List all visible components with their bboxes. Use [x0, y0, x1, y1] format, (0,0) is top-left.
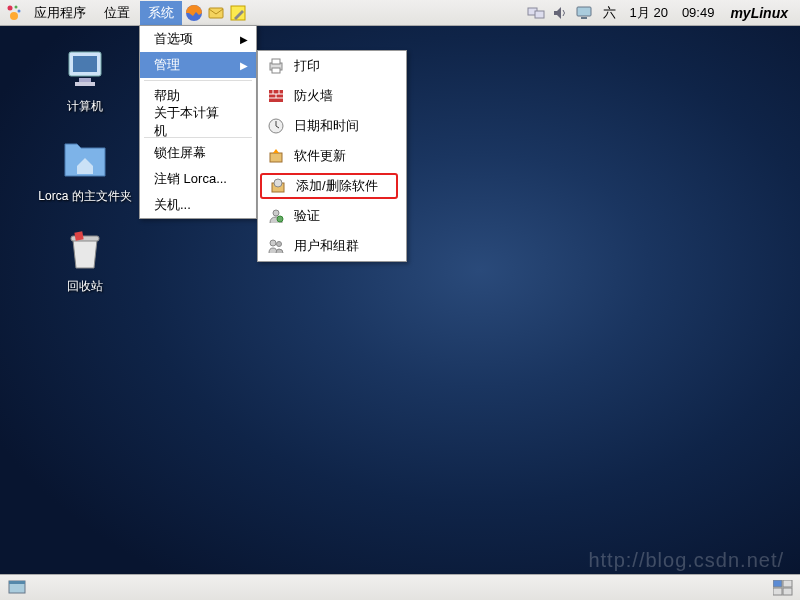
highlight-box: 添加/删除软件	[260, 173, 398, 199]
svg-point-1	[15, 5, 18, 8]
bottom-panel	[0, 574, 800, 600]
computer-icon	[61, 46, 109, 94]
svg-rect-16	[74, 231, 83, 240]
svg-point-2	[18, 9, 21, 12]
svg-rect-36	[773, 580, 782, 587]
svg-point-3	[10, 12, 18, 20]
svg-rect-39	[783, 588, 792, 595]
system-menu: 首选项 ▶ 管理 ▶ 帮助 关于本计算机 锁住屏幕 注销 Lorca... 关机…	[139, 25, 257, 219]
menu-item-preferences[interactable]: 首选项 ▶	[140, 26, 256, 52]
users-label: 用户和组群	[294, 237, 359, 255]
svg-rect-5	[209, 8, 223, 18]
desktop-icon-home[interactable]: Lorca 的主文件夹	[30, 136, 140, 205]
home-label: Lorca 的主文件夹	[30, 188, 140, 205]
svg-rect-8	[535, 11, 544, 18]
update-label: 软件更新	[294, 147, 346, 165]
menu-item-shutdown[interactable]: 关机...	[140, 192, 256, 218]
volume-icon[interactable]	[549, 2, 571, 24]
firefox-icon[interactable]	[184, 3, 204, 23]
submenu-item-users[interactable]: 用户和组群	[258, 231, 406, 261]
svg-point-32	[270, 240, 276, 246]
svg-point-30	[273, 210, 279, 216]
svg-rect-13	[79, 78, 91, 82]
submenu-item-update[interactable]: 软件更新	[258, 141, 406, 171]
trash-icon	[61, 226, 109, 274]
preferences-label: 首选项	[154, 30, 193, 48]
gnome-foot-icon[interactable]	[4, 3, 24, 23]
submenu-item-printing[interactable]: 打印	[258, 51, 406, 81]
notes-icon[interactable]	[228, 3, 248, 23]
watermark: http://blog.csdn.net/	[588, 549, 784, 572]
mail-icon[interactable]	[206, 3, 226, 23]
menu-system[interactable]: 系统	[140, 1, 182, 25]
svg-point-31	[277, 216, 283, 222]
auth-icon	[266, 206, 286, 226]
svg-point-33	[277, 242, 282, 247]
submenu-item-addremove[interactable]: 添加/删除软件	[258, 171, 406, 201]
workspace-switcher[interactable]	[772, 577, 794, 599]
desktop-icon-trash[interactable]: 回收站	[30, 226, 140, 295]
display-icon[interactable]	[573, 2, 595, 24]
svg-rect-14	[75, 82, 95, 86]
administration-submenu: 打印 防火墙 日期和时间 软件更新 添加/删除软件 验证 用户和组群	[257, 50, 407, 262]
menu-item-about[interactable]: 关于本计算机	[140, 109, 256, 135]
svg-rect-35	[9, 581, 25, 584]
clock-icon	[266, 116, 286, 136]
hostname-label: myLinux	[722, 5, 796, 21]
network-icon[interactable]	[525, 2, 547, 24]
auth-label: 验证	[294, 207, 320, 225]
menu-item-lock[interactable]: 锁住屏幕	[140, 140, 256, 166]
svg-point-0	[8, 5, 13, 10]
svg-rect-9	[577, 7, 591, 16]
clock-day[interactable]: 六	[597, 4, 622, 22]
svg-rect-18	[272, 59, 280, 64]
home-folder-icon	[61, 136, 109, 184]
svg-rect-37	[783, 580, 792, 587]
computer-label: 计算机	[30, 98, 140, 115]
firewall-icon	[266, 86, 286, 106]
menu-places[interactable]: 位置	[96, 1, 138, 25]
show-desktop-button[interactable]	[6, 577, 28, 599]
svg-rect-12	[73, 56, 97, 72]
menu-separator	[144, 80, 252, 81]
chevron-right-icon: ▶	[240, 60, 248, 71]
users-icon	[266, 236, 286, 256]
update-icon	[266, 146, 286, 166]
svg-rect-19	[272, 68, 280, 73]
trash-label: 回收站	[30, 278, 140, 295]
chevron-right-icon: ▶	[240, 34, 248, 45]
desktop-icon-computer[interactable]: 计算机	[30, 46, 140, 115]
printer-icon	[266, 56, 286, 76]
addremove-label: 添加/删除软件	[296, 177, 378, 195]
svg-rect-38	[773, 588, 782, 595]
submenu-item-auth[interactable]: 验证	[258, 201, 406, 231]
submenu-item-datetime[interactable]: 日期和时间	[258, 111, 406, 141]
top-panel: 应用程序 位置 系统 六 1月 20 09:49 myLinux	[0, 0, 800, 26]
administration-label: 管理	[154, 56, 180, 74]
printing-label: 打印	[294, 57, 320, 75]
clock-time: 09:49	[676, 5, 721, 20]
svg-rect-10	[581, 17, 587, 19]
clock-date: 1月 20	[624, 4, 674, 22]
datetime-label: 日期和时间	[294, 117, 359, 135]
menu-item-logout[interactable]: 注销 Lorca...	[140, 166, 256, 192]
menu-applications[interactable]: 应用程序	[26, 1, 94, 25]
svg-rect-27	[270, 153, 282, 162]
menu-item-administration[interactable]: 管理 ▶	[140, 52, 256, 78]
firewall-label: 防火墙	[294, 87, 333, 105]
package-icon	[268, 176, 288, 196]
submenu-item-firewall[interactable]: 防火墙	[258, 81, 406, 111]
svg-point-29	[274, 179, 282, 187]
